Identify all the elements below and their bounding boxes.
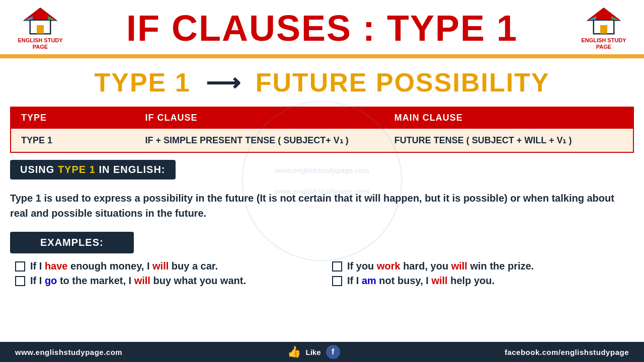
checkbox-1	[15, 261, 25, 272]
title-main: IF CLAUSES :	[126, 8, 387, 48]
will-word-2: will	[134, 275, 150, 286]
col-type: TYPE	[11, 107, 135, 129]
example-text-2: If I go to the market, I will buy what y…	[30, 275, 246, 287]
using-section: USING TYPE 1 IN ENGLISH:	[0, 160, 644, 179]
examples-label: EXAMPLES:	[10, 232, 134, 253]
examples-grid: If I have enough money, I will buy a car…	[10, 260, 634, 287]
work-word: work	[377, 260, 400, 272]
using-type1: TYPE 1	[58, 164, 99, 175]
col-if-clause: IF CLAUSE	[135, 107, 384, 129]
example-item-2: If I go to the market, I will buy what y…	[15, 275, 312, 287]
using-prefix: USING	[20, 164, 58, 175]
header-center: IF CLAUSES : TYPE 1	[70, 10, 574, 46]
svg-rect-7	[37, 25, 44, 34]
checkbox-3	[332, 261, 342, 272]
example-text-1: If I have enough money, I will buy a car…	[30, 260, 218, 272]
logo-text-right: ENGLISH STUDYPAGE	[581, 37, 626, 50]
subtitle-future: FUTURE POSSIBILITY	[256, 67, 550, 98]
examples-section: EXAMPLES: If I have enough money, I will…	[0, 232, 644, 287]
like-label: Like	[306, 348, 321, 356]
am-word: am	[362, 275, 376, 286]
footer-website: www.englishstudypage.com	[15, 348, 122, 356]
using-suffix: IN ENGLISH:	[99, 164, 165, 175]
logo-right: ENGLISH STUDYPAGE	[574, 6, 634, 50]
using-label: USING TYPE 1 IN ENGLISH:	[10, 160, 176, 179]
example-item-1: If I have enough money, I will buy a car…	[15, 260, 312, 272]
footer-center: 👍 Like f	[287, 345, 340, 359]
svg-rect-15	[600, 25, 607, 34]
subtitle-type: TYPE 1	[94, 67, 190, 98]
example-item-4: If I am not busy, I will help you.	[332, 275, 629, 287]
subtitle-arrow: ⟶	[206, 68, 240, 97]
checkbox-4	[332, 276, 342, 286]
example-text-3: If you work hard, you will win the prize…	[347, 260, 534, 272]
thumbs-up-icon: 👍	[287, 345, 301, 358]
col-main-clause: MAIN CLAUSE	[384, 107, 633, 129]
clause-table: TYPE IF CLAUSE MAIN CLAUSE TYPE 1 IF + S…	[10, 107, 634, 153]
example-text-4: If I am not busy, I will help you.	[347, 275, 495, 287]
logo-house-icon-left	[23, 6, 58, 36]
footer-facebook: facebook.com/englishstudypage	[505, 348, 629, 356]
description: Type 1 is used to express a possibility …	[0, 186, 644, 226]
facebook-icon: f	[326, 345, 340, 359]
will-word-1: will	[152, 260, 169, 272]
go-word: go	[45, 275, 57, 286]
logo-text-left: ENGLISH STUDY PAGE	[18, 37, 62, 50]
main-title: IF CLAUSES : TYPE 1	[70, 10, 574, 46]
have-word: have	[45, 260, 68, 272]
table-section: TYPE IF CLAUSE MAIN CLAUSE TYPE 1 IF + S…	[0, 107, 644, 153]
will-word-4: will	[431, 275, 447, 286]
subtitle-bar: TYPE 1 ⟶ FUTURE POSSIBILITY	[0, 58, 644, 107]
table-row: TYPE 1 IF + SIMPLE PRESENT TENSE ( SUBJE…	[11, 129, 633, 153]
table-header-row: TYPE IF CLAUSE MAIN CLAUSE	[11, 107, 633, 129]
cell-if-clause: IF + SIMPLE PRESENT TENSE ( SUBJECT+ V₁ …	[135, 129, 384, 153]
will-word-3: will	[451, 260, 467, 272]
example-item-3: If you work hard, you will win the prize…	[332, 260, 629, 272]
logo-house-icon-right	[586, 6, 621, 36]
title-highlight: TYPE 1	[387, 8, 518, 48]
cell-type: TYPE 1	[11, 129, 135, 153]
checkbox-2	[15, 276, 25, 286]
footer: www.englishstudypage.com 👍 Like f facebo…	[0, 342, 644, 362]
header: ENGLISH STUDY PAGE IF CLAUSES : TYPE 1 E…	[0, 0, 644, 56]
logo-left: ENGLISH STUDY PAGE	[10, 6, 70, 50]
cell-main-clause: FUTURE TENSE ( SUBJECT + WILL + V₁ )	[384, 129, 633, 153]
